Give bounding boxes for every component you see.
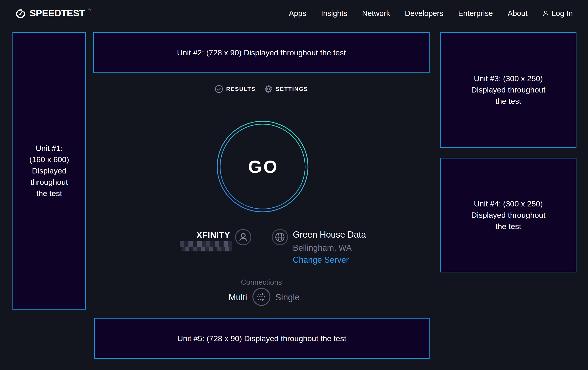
login-link[interactable]: Log In [542, 9, 573, 18]
ad-unit-3[interactable]: Unit #3: (300 x 250) Displayed throughou… [440, 32, 577, 148]
nav-item-apps[interactable]: Apps [289, 9, 306, 18]
ad-text: the test [441, 221, 576, 232]
nav-item-enterprise[interactable]: Enterprise [458, 9, 493, 18]
change-server-link[interactable]: Change Server [293, 255, 349, 265]
nav-item-network[interactable]: Network [362, 9, 390, 18]
tab-settings[interactable]: SETTINGS [264, 85, 308, 93]
person-icon [542, 10, 549, 17]
ad-text: (160 x 600) [13, 154, 85, 165]
server-location: Bellingham, WA [293, 243, 352, 253]
nav-item-insights[interactable]: Insights [321, 9, 347, 18]
isp-name: XFINITY [196, 230, 230, 240]
ad-unit-1[interactable]: Unit #1: (160 x 600) Displayed throughou… [12, 32, 86, 310]
logo-trademark: ® [88, 8, 91, 11]
logo[interactable]: SPEEDTEST ® [15, 8, 91, 19]
login-label: Log In [552, 9, 573, 18]
ad-text: the test [441, 96, 576, 107]
logo-text: SPEEDTEST [30, 8, 85, 19]
ad-text: Displayed throughout [441, 84, 576, 96]
connections-label: Connections [215, 278, 308, 287]
speedtest-page: SPEEDTEST ® Apps Insights Network Develo… [0, 0, 588, 370]
go-label: GO [216, 120, 309, 213]
ad-text: Unit #5: (728 x 90) Displayed throughout… [95, 333, 429, 344]
top-nav: SPEEDTEST ® Apps Insights Network Develo… [0, 0, 588, 27]
tab-settings-label: SETTINGS [276, 86, 308, 92]
gear-icon [264, 85, 273, 93]
ad-text: Unit #3: (300 x 250) [441, 73, 576, 84]
ad-text: the test [13, 188, 85, 199]
tab-results-label: RESULTS [226, 86, 256, 92]
ad-unit-5[interactable]: Unit #5: (728 x 90) Displayed throughout… [94, 318, 430, 359]
connections-multi-option[interactable]: Multi [229, 292, 247, 302]
ad-text: throughout [13, 177, 85, 188]
nav-item-developers[interactable]: Developers [405, 9, 443, 18]
redacted-isp-detail [180, 241, 232, 251]
isp-person-icon [235, 229, 252, 246]
server-name: Green House Data [293, 230, 366, 240]
nav-links: Apps Insights Network Developers Enterpr… [289, 9, 573, 18]
connections-toggle-icon[interactable] [252, 287, 271, 306]
check-circle-icon [215, 85, 223, 93]
tab-results[interactable]: RESULTS [215, 85, 256, 93]
ad-text: Unit #2: (728 x 90) Displayed throughout… [94, 47, 429, 58]
ad-text: Displayed throughout [441, 210, 576, 221]
ad-text: Unit #4: (300 x 250) [441, 198, 576, 210]
go-button[interactable]: GO [216, 120, 309, 213]
ad-text: Unit #1: [13, 142, 85, 154]
connections-single-option[interactable]: Single [275, 292, 300, 302]
server-globe-icon [271, 229, 288, 246]
ad-unit-4[interactable]: Unit #4: (300 x 250) Displayed throughou… [440, 158, 577, 272]
speedometer-icon [15, 8, 26, 19]
ad-unit-2[interactable]: Unit #2: (728 x 90) Displayed throughout… [93, 32, 430, 73]
nav-item-about[interactable]: About [508, 9, 527, 18]
tabs-row: RESULTS SETTINGS [215, 83, 308, 95]
ad-text: Displayed [13, 165, 85, 177]
